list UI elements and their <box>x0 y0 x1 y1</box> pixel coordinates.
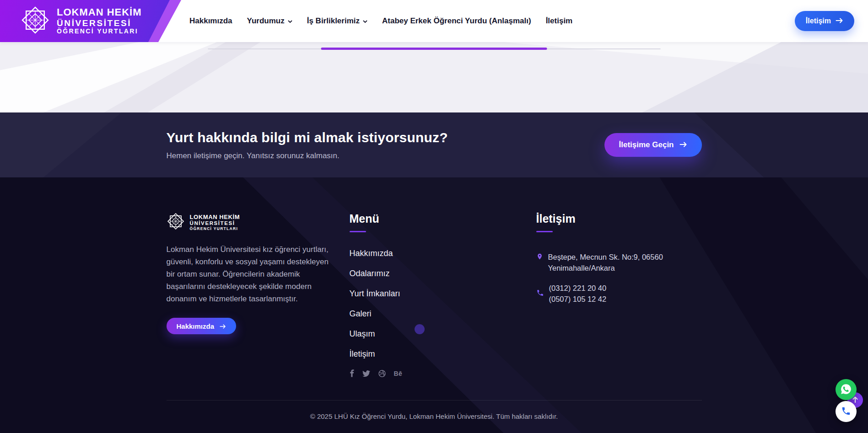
footer-logo-text: LOKMAN HEKİM ÜNİVERSİTESİ ÖĞRENCİ YURTLA… <box>190 214 240 231</box>
footer-about-text: Lokman Hekim Üniversitesi kız öğrenci yu… <box>167 243 335 305</box>
logo-text: LOKMAN HEKİM ÜNİVERSİTESİ ÖĞRENCİ YURTLA… <box>57 7 142 35</box>
footer-menu-item-hakkimizda[interactable]: Hakkımızda <box>350 249 501 258</box>
site-footer: LOKMAN HEKİM ÜNİVERSİTESİ ÖĞRENCİ YURTLA… <box>0 177 868 433</box>
phone-icon <box>536 289 544 299</box>
site-logo[interactable]: LOKMAN HEKİM ÜNİVERSİTESİ ÖĞRENCİ YURTLA… <box>0 0 170 42</box>
logo-line-3: ÖĞRENCİ YURTLARI <box>57 28 142 35</box>
call-button[interactable] <box>836 401 857 422</box>
footer-phone-2[interactable]: (0507) 105 12 42 <box>549 294 607 305</box>
arrow-right-icon <box>836 17 843 25</box>
footer-phone-1[interactable]: (0312) 221 20 40 <box>549 283 607 294</box>
logo-line-1: LOKMAN HEKİM <box>57 7 142 18</box>
nav-item-hakkimizda[interactable]: Hakkımızda <box>189 16 232 26</box>
footer-address: Beştepe, Mecnun Sk. No:9, 06560 Yenimaha… <box>548 251 702 273</box>
nav-item-is-birliklerimiz[interactable]: İş Birliklerimiz <box>307 16 367 26</box>
carousel-scrollbar-thumb[interactable] <box>321 48 547 50</box>
twitter-icon[interactable] <box>362 370 370 377</box>
arrow-right-icon <box>220 322 226 330</box>
footer-logo[interactable]: LOKMAN HEKİM ÜNİVERSİTESİ ÖĞRENCİ YURTLA… <box>167 212 335 232</box>
nav-label: İletişim <box>546 16 573 26</box>
carousel-scrollbar <box>208 48 660 50</box>
footer-menu-item-galeri[interactable]: Galeri <box>350 309 501 319</box>
nav-item-atabey[interactable]: Atabey Erkek Öğrenci Yurdu (Anlaşmalı) <box>382 16 531 26</box>
page: LOKMAN HEKİM ÜNİVERSİTESİ ÖĞRENCİ YURTLA… <box>0 0 868 433</box>
behance-icon[interactable]: Bē <box>394 370 403 377</box>
nav-label: Hakkımızda <box>189 16 232 26</box>
footer-bottom: © 2025 LHÜ Kız Öğrenci Yurdu, Lokman Hek… <box>0 400 868 433</box>
address-row: Beştepe, Mecnun Sk. No:9, 06560 Yenimaha… <box>536 251 702 273</box>
site-header: LOKMAN HEKİM ÜNİVERSİTESİ ÖĞRENCİ YURTLA… <box>0 0 868 42</box>
heading-underline <box>536 231 553 232</box>
copyright-text: © 2025 LHÜ Kız Öğrenci Yurdu, Lokman Hek… <box>0 401 868 433</box>
chevron-down-icon <box>363 20 367 23</box>
logo-rosette-icon <box>20 5 50 37</box>
nav-item-iletisim[interactable]: İletişim <box>546 16 573 26</box>
footer-menu-item-odalarimiz[interactable]: Odalarımız <box>350 269 501 278</box>
phone-icon <box>841 406 851 417</box>
cta-subheading: Hemen iletişime geçin. Yanıtsız sorunuz … <box>167 151 448 160</box>
logo-rosette-icon <box>167 212 185 232</box>
facebook-icon[interactable] <box>350 369 354 377</box>
header-contact-button[interactable]: İletişim <box>795 11 854 31</box>
heading-underline <box>350 231 366 232</box>
location-pin-icon <box>536 252 543 263</box>
phones-row: (0312) 221 20 40 (0507) 105 12 42 <box>536 283 702 305</box>
footer-about-column: LOKMAN HEKİM ÜNİVERSİTESİ ÖĞRENCİ YURTLA… <box>167 212 335 377</box>
footer-logo-line-3: ÖĞRENCİ YURTLARI <box>190 226 240 231</box>
footer-menu-column: Menü Hakkımızda Odalarımız Yurt İmkanlar… <box>350 212 501 377</box>
dribbble-icon[interactable] <box>378 370 386 377</box>
nav-item-yurdumuz[interactable]: Yurdumuz <box>247 16 292 26</box>
whatsapp-button[interactable] <box>836 379 857 400</box>
footer-contact-column: İletişim Beştepe, Mecnun Sk. No:9, 06560… <box>536 212 702 377</box>
chevron-down-icon <box>288 20 292 23</box>
arrow-right-icon <box>679 140 687 150</box>
footer-menu-item-iletisim[interactable]: İletişim <box>350 349 501 359</box>
light-background-section <box>0 42 868 112</box>
footer-logo-line-2: ÜNİVERSİTESİ <box>190 220 240 227</box>
nav-label: İş Birliklerimiz <box>307 16 360 26</box>
cta-contact-button[interactable]: İletişime Geçin <box>604 133 702 157</box>
nav-label: Atabey Erkek Öğrenci Yurdu (Anlaşmalı) <box>382 16 531 26</box>
cta-heading: Yurt hakkında bilgi mi almak istiyorsunu… <box>167 130 448 145</box>
footer-menu-list: Hakkımızda Odalarımız Yurt İmkanları Gal… <box>350 249 501 359</box>
cta-text-block: Yurt hakkında bilgi mi almak istiyorsunu… <box>167 130 448 160</box>
cta-button-label: İletişime Geçin <box>619 140 674 150</box>
main-nav: Hakkımızda Yurdumuz İş Birliklerimiz Ata… <box>189 16 572 26</box>
arrow-up-icon <box>852 396 858 404</box>
contact-cta-section: Yurt hakkında bilgi mi almak istiyorsunu… <box>0 112 868 177</box>
nav-label: Yurdumuz <box>247 16 285 26</box>
social-links: Bē <box>350 369 501 377</box>
footer-contact-title: İletişim <box>536 212 702 225</box>
footer-menu-item-ulasim[interactable]: Ulaşım <box>350 329 501 339</box>
footer-menu-item-yurt-imkanlari[interactable]: Yurt İmkanları <box>350 289 501 299</box>
footer-menu-title: Menü <box>350 212 501 225</box>
whatsapp-icon <box>840 383 852 396</box>
footer-about-button-label: Hakkımızda <box>177 322 215 330</box>
header-contact-label: İletişim <box>806 17 831 25</box>
footer-about-button[interactable]: Hakkımızda <box>167 318 237 334</box>
footer-logo-line-1: LOKMAN HEKİM <box>190 214 240 220</box>
logo-line-2: ÜNİVERSİTESİ <box>57 18 142 28</box>
